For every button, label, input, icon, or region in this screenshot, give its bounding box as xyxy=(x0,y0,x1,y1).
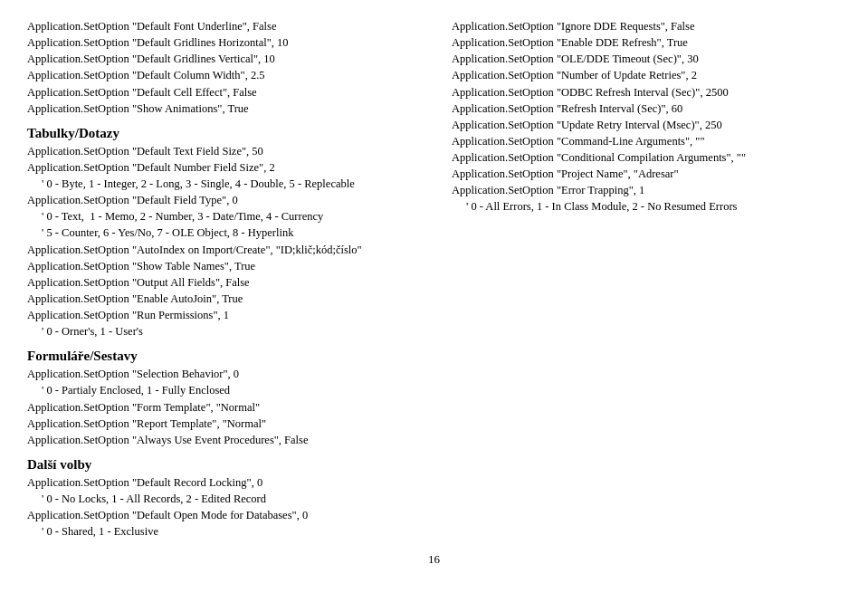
right-line-0: Application.SetOption "Ignore DDE Reques… xyxy=(452,18,841,34)
left-column: Application.SetOption "Default Font Unde… xyxy=(27,18,424,543)
right-line-6: Application.SetOption "Update Retry Inte… xyxy=(452,117,841,133)
page-number: 16 xyxy=(27,552,841,567)
right-line-4: Application.SetOption "ODBC Refresh Inte… xyxy=(452,84,841,100)
dalsi-line-0: Application.SetOption "Default Record Lo… xyxy=(27,474,424,491)
formulare-heading: Formuláře/Sestavy xyxy=(27,349,424,364)
tabulky-line-8: Application.SetOption "Output All Fields… xyxy=(27,274,424,291)
dalsi-section: Další volby Application.SetOption "Defau… xyxy=(27,457,424,540)
dalsi-heading: Další volby xyxy=(27,457,424,473)
dalsi-line-3: ' 0 - Shared, 1 - Exclusive xyxy=(27,523,424,540)
formulare-line-2: Application.SetOption "Form Template", "… xyxy=(27,399,424,416)
tabulky-line-1: Application.SetOption "Default Number Fi… xyxy=(27,159,424,176)
formulare-line-3: Application.SetOption "Report Template",… xyxy=(27,416,424,432)
tabulky-line-9: Application.SetOption "Enable AutoJoin",… xyxy=(27,291,424,307)
top-line-4: Application.SetOption "Default Column Wi… xyxy=(27,67,424,83)
formulare-line-4: Application.SetOption "Always Use Event … xyxy=(27,432,424,448)
formulare-line-0: Application.SetOption "Selection Behavio… xyxy=(27,366,424,382)
right-line-9: Application.SetOption "Project Name", "A… xyxy=(452,166,841,182)
tabulky-line-2: ' 0 - Byte, 1 - Integer, 2 - Long, 3 - S… xyxy=(27,176,424,192)
top-line-2: Application.SetOption "Default Gridlines… xyxy=(27,34,424,51)
right-line-8: Application.SetOption "Conditional Compi… xyxy=(452,149,841,166)
dalsi-line-1: ' 0 - No Locks, 1 - All Records, 2 - Edi… xyxy=(27,491,424,507)
tabulky-line-6: Application.SetOption "AutoIndex on Impo… xyxy=(27,242,424,258)
right-column: Application.SetOption "Ignore DDE Reques… xyxy=(452,18,841,543)
formulare-line-1: ' 0 - Partialy Enclosed, 1 - Fully Enclo… xyxy=(27,382,424,398)
tabulky-line-4: ' 0 - Text, 1 - Memo, 2 - Number, 3 - Da… xyxy=(27,208,424,225)
right-line-1: Application.SetOption "Enable DDE Refres… xyxy=(452,34,841,51)
tabulky-section: Tabulky/Dotazy Application.SetOption "De… xyxy=(27,126,424,340)
tabulky-line-3: Application.SetOption "Default Field Typ… xyxy=(27,192,424,208)
right-line-2: Application.SetOption "OLE/DDE Timeout (… xyxy=(452,51,841,67)
page-content: Application.SetOption "Default Font Unde… xyxy=(27,18,841,543)
tabulky-heading: Tabulky/Dotazy xyxy=(27,126,424,141)
tabulky-line-11: ' 0 - Orner's, 1 - User's xyxy=(27,323,424,339)
tabulky-line-0: Application.SetOption "Default Text Fiel… xyxy=(27,143,424,159)
right-line-3: Application.SetOption "Number of Update … xyxy=(452,67,841,83)
tabulky-line-7: Application.SetOption "Show Table Names"… xyxy=(27,258,424,274)
formulare-section: Formuláře/Sestavy Application.SetOption … xyxy=(27,349,424,448)
top-line-1: Application.SetOption "Default Font Unde… xyxy=(27,18,424,34)
top-line-3: Application.SetOption "Default Gridlines… xyxy=(27,51,424,67)
top-line-6: Application.SetOption "Show Animations",… xyxy=(27,100,424,117)
right-line-11: ' 0 - All Errors, 1 - In Class Module, 2… xyxy=(452,198,841,215)
right-line-7: Application.SetOption "Command-Line Argu… xyxy=(452,133,841,149)
right-line-5: Application.SetOption "Refresh Interval … xyxy=(452,100,841,117)
right-line-10: Application.SetOption "Error Trapping", … xyxy=(452,182,841,198)
tabulky-line-10: Application.SetOption "Run Permissions",… xyxy=(27,307,424,323)
dalsi-line-2: Application.SetOption "Default Open Mode… xyxy=(27,507,424,523)
top-line-5: Application.SetOption "Default Cell Effe… xyxy=(27,84,424,100)
tabulky-line-5: ' 5 - Counter, 6 - Yes/No, 7 - OLE Objec… xyxy=(27,225,424,241)
top-lines-block: Application.SetOption "Default Font Unde… xyxy=(27,18,424,117)
